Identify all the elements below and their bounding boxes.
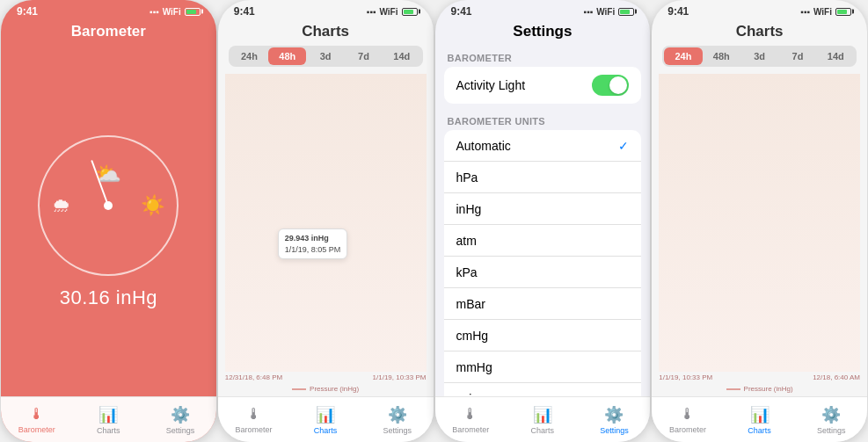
- tab-14d-2[interactable]: 14d: [817, 47, 855, 65]
- section-label-units: BAROMETER UNITS: [435, 109, 651, 130]
- tab-7d-1[interactable]: 7d: [345, 47, 383, 65]
- wifi-icon-2: WiFi: [379, 7, 398, 17]
- pressure-reading: 30.16 inHg: [60, 286, 157, 309]
- cmhg-label: cmHg: [456, 329, 489, 343]
- charts-tab-label-4: Charts: [748, 426, 771, 435]
- phone-settings: 9:41 ▪▪▪ WiFi Settings BAROMETER Activit…: [435, 0, 651, 442]
- tab-charts-2[interactable]: 📊 Charts: [289, 405, 361, 435]
- settings-row-mbar[interactable]: mBar: [444, 288, 642, 320]
- battery-icon-2: [402, 8, 418, 16]
- settings-tab-label-3: Settings: [600, 426, 629, 435]
- barometer-tab-label-3: Barometer: [452, 425, 489, 434]
- status-icons-4: ▪▪▪ WiFi: [800, 7, 851, 17]
- status-bar-3: 9:41 ▪▪▪ WiFi: [435, 0, 651, 19]
- tab-charts-4[interactable]: 📊 Charts: [724, 405, 796, 435]
- time-3: 9:41: [451, 5, 472, 18]
- chart-footer-2: 1/1/19, 10:33 PM 12/18, 6:40 AM: [652, 372, 867, 383]
- settings-row-psi[interactable]: psi: [444, 383, 642, 396]
- mmhg-label: mmHg: [456, 360, 492, 374]
- settings-group-barometer: Activity Light: [444, 67, 642, 104]
- barometer-tab-label-4: Barometer: [669, 425, 706, 434]
- settings-row-atm[interactable]: atm: [444, 225, 642, 257]
- tab-settings-2[interactable]: ⚙️ Settings: [361, 405, 434, 435]
- hpa-label: hPa: [456, 170, 478, 185]
- barometer-tab-icon-4: 🌡: [680, 405, 696, 424]
- tab-3d-1[interactable]: 3d: [306, 47, 344, 65]
- settings-row-mmhg[interactable]: mmHg: [444, 351, 642, 383]
- charts-tab-label-3: Charts: [531, 426, 555, 435]
- tab-bar-2: 🌡 Barometer 📊 Charts ⚙️ Settings: [218, 396, 434, 442]
- mbar-label: mBar: [456, 297, 485, 311]
- settings-row-kpa[interactable]: kPa: [444, 257, 642, 288]
- tooltip-date: 1/1/19, 8:05 PM: [285, 244, 341, 256]
- tab-bar-4: 🌡 Barometer 📊 Charts ⚙️ Settings: [652, 396, 867, 442]
- tab-3d-2[interactable]: 3d: [740, 47, 778, 65]
- tab-bar-3: 🌡 Barometer 📊 Charts ⚙️ Settings: [435, 396, 651, 442]
- chart-tooltip: 29.943 inHg 1/1/19, 8:05 PM: [278, 228, 348, 259]
- battery-icon-4: [835, 8, 851, 16]
- settings-tab-label-4: Settings: [817, 426, 846, 435]
- tab-barometer-4[interactable]: 🌡 Barometer: [652, 405, 724, 434]
- atm-label: atm: [456, 234, 477, 248]
- status-icons-1: ▪▪▪ WiFi: [150, 7, 201, 17]
- toggle-knob: [609, 76, 627, 94]
- tab-48h-2[interactable]: 48h: [703, 47, 740, 65]
- phone-charts-2: 9:41 ▪▪▪ WiFi Charts 24h 48h 3d 7d 14d: [652, 0, 867, 442]
- settings-content: BAROMETER Activity Light BAROMETER UNITS…: [435, 46, 651, 396]
- settings-tab-icon-4: ⚙️: [821, 405, 841, 424]
- time-tabs-1: 24h 48h 3d 7d 14d: [229, 46, 423, 67]
- status-bar-4: 9:41 ▪▪▪ WiFi: [652, 0, 867, 19]
- tab-settings-3[interactable]: ⚙️ Settings: [579, 405, 651, 435]
- automatic-checkmark: ✓: [618, 139, 629, 153]
- phone-charts-1: 9:41 ▪▪▪ WiFi Charts 24h 48h 3d 7d 14d: [218, 0, 434, 442]
- settings-row-activity-light[interactable]: Activity Light: [444, 67, 642, 104]
- charts-tab-icon-2: 📊: [316, 405, 335, 424]
- chart-legend-2: Pressure (inHg): [652, 383, 867, 396]
- chart-area-2: 30.24 30.16 30.08 30.00 29.92 29.84 High…: [659, 74, 860, 372]
- barometer-tab-icon: 🌡: [29, 405, 45, 424]
- tab-barometer-2[interactable]: 🌡 Barometer: [218, 405, 290, 434]
- barometer-dial-area: ⛅ 🌧 ☀️ 30.16 inHg: [1, 47, 216, 396]
- activity-light-label: Activity Light: [456, 78, 526, 92]
- tab-7d-2[interactable]: 7d: [778, 47, 816, 65]
- settings-row-hpa[interactable]: hPa: [444, 162, 642, 193]
- tab-charts-3[interactable]: 📊 Charts: [507, 405, 579, 435]
- signal-icon-4: ▪▪▪: [800, 7, 810, 17]
- tab-barometer-3[interactable]: 🌡 Barometer: [435, 405, 507, 434]
- tab-24h-2[interactable]: 24h: [664, 47, 702, 65]
- settings-tab-icon-1: ⚙️: [171, 405, 190, 424]
- signal-icon-2: ▪▪▪: [367, 7, 376, 17]
- inhg-label: inHg: [456, 202, 482, 216]
- settings-row-inhg[interactable]: inHg: [444, 193, 642, 225]
- settings-tab-label-1: Settings: [166, 426, 195, 435]
- tab-barometer-1[interactable]: 🌡 Barometer: [1, 405, 73, 434]
- charts-tab-icon-3: 📊: [533, 405, 552, 424]
- tab-14d-1[interactable]: 14d: [383, 47, 420, 65]
- barometer-tab-icon-2: 🌡: [246, 405, 262, 424]
- tab-charts-1[interactable]: 📊 Charts: [73, 405, 145, 435]
- wifi-icon-3: WiFi: [596, 7, 615, 17]
- automatic-label: Automatic: [456, 139, 511, 153]
- legend-label-1: Pressure (inHg): [310, 385, 359, 393]
- status-bar-1: 9:41 ▪▪▪ WiFi: [1, 0, 216, 19]
- charts-title-2: Charts: [652, 19, 867, 46]
- charts-tab-icon-1: 📊: [98, 405, 118, 424]
- settings-tab-label-2: Settings: [383, 426, 412, 435]
- settings-row-automatic[interactable]: Automatic ✓: [444, 130, 642, 162]
- charts-tab-label-2: Charts: [314, 426, 338, 435]
- activity-light-toggle[interactable]: [592, 75, 629, 96]
- status-icons-3: ▪▪▪ WiFi: [584, 7, 635, 17]
- tab-48h-1[interactable]: 48h: [268, 47, 306, 65]
- legend-line-1: [292, 388, 306, 390]
- tab-24h-1[interactable]: 24h: [230, 47, 268, 65]
- tab-settings-1[interactable]: ⚙️ Settings: [144, 405, 216, 435]
- charts-title-1: Charts: [218, 19, 434, 46]
- chart-date-start-1: 12/31/18, 6:48 PM: [225, 373, 282, 381]
- section-label-barometer: BAROMETER: [435, 46, 651, 67]
- time-2: 9:41: [234, 5, 255, 18]
- settings-title: Settings: [435, 19, 651, 46]
- settings-row-cmhg[interactable]: cmHg: [444, 320, 642, 351]
- barometer-tab-label: Barometer: [18, 425, 55, 434]
- chart-bg-1: [225, 74, 427, 372]
- tab-settings-4[interactable]: ⚙️ Settings: [795, 405, 867, 435]
